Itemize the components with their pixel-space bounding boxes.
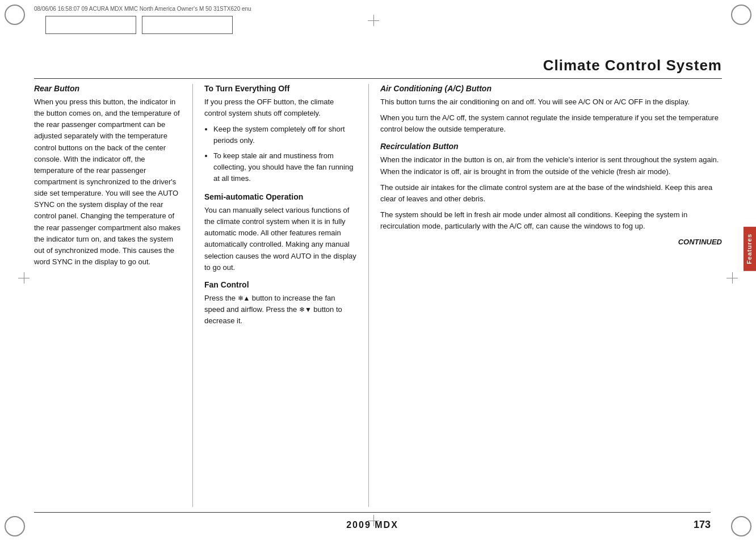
fan-control-pre: Press the [204, 294, 236, 302]
turn-off-para: If you press the OFF button, the climate… [204, 96, 357, 119]
crosshair-top [368, 15, 379, 26]
recirculation-para4: The outside air intakes for the climate … [380, 182, 722, 205]
main-content: Rear Button When you press this button, … [34, 84, 722, 507]
nav-boxes [45, 16, 233, 34]
crosshair-mid-right [726, 272, 738, 284]
corner-circle-tl [5, 5, 25, 25]
nav-box-1[interactable] [45, 16, 136, 34]
ac-button-para1: This button turns the air conditioning o… [380, 96, 722, 108]
features-tab: Features [744, 227, 756, 271]
fan-down-icon: ❄▼ [299, 306, 313, 314]
bullet-1: Keep the system completely off for short… [213, 124, 357, 146]
top-metadata: 08/06/06 16:58:07 09 ACURA MDX MMC North… [34, 6, 722, 12]
bullet-2: To keep stale air and mustiness from col… [213, 150, 357, 184]
page-title: Climate Control System [0, 57, 722, 74]
rear-button-body: When you press this button, the indicato… [34, 96, 181, 268]
rear-button-heading: Rear Button [34, 84, 181, 93]
semi-auto-para: You can manually select various function… [204, 205, 357, 273]
semi-auto-heading: Semi-automatic Operation [204, 192, 357, 201]
col-right: Air Conditioning (A/C) Button This butto… [369, 84, 722, 507]
col-mid: To Turn Everything Off If you press the … [193, 84, 369, 507]
turn-off-heading: To Turn Everything Off [204, 84, 357, 93]
title-rule [34, 78, 722, 79]
footer: 2009 MDX 173 [34, 519, 711, 531]
recirculation-para5: The system should be left in fresh air m… [380, 209, 722, 232]
crosshair-mid-left [18, 272, 30, 284]
col-left: Rear Button When you press this button, … [34, 84, 193, 507]
fan-control-para: Press the ❄▲ button to increase the fan … [204, 293, 357, 327]
nav-box-2[interactable] [142, 16, 233, 34]
continued-text: CONTINUED [380, 238, 722, 246]
fan-control-heading: Fan Control [204, 280, 357, 289]
corner-circle-tr [731, 5, 751, 25]
corner-circle-bl [5, 516, 25, 536]
ac-button-para2: When you turn the A/C off, the system ca… [380, 112, 722, 135]
footer-rule [34, 512, 711, 513]
recirculation-heading: Recirculation Button [380, 142, 722, 151]
footer-model: 2009 MDX [346, 520, 398, 530]
corner-circle-br [731, 516, 751, 536]
fan-up-icon: ❄▲ [238, 294, 252, 302]
turn-off-bullets: Keep the system completely off for short… [213, 124, 357, 184]
footer-page-number: 173 [694, 519, 711, 531]
recirculation-para3: When the indicator in the button is on, … [380, 154, 722, 177]
ac-button-heading: Air Conditioning (A/C) Button [380, 84, 722, 93]
